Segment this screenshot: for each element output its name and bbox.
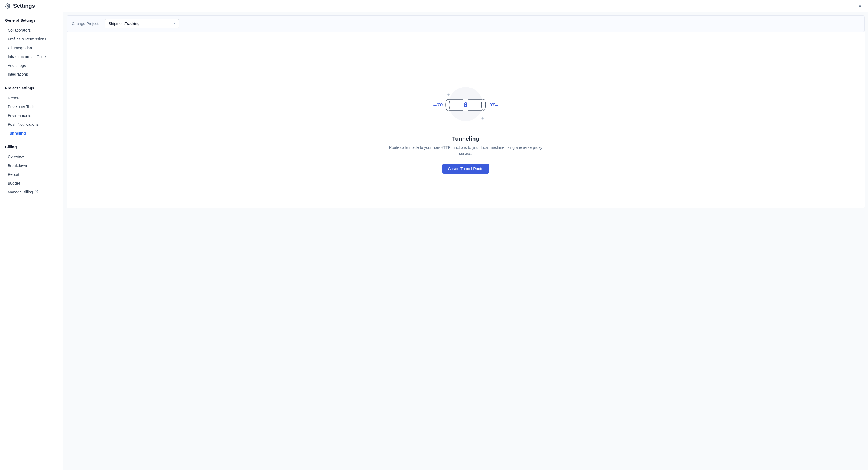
main-content: Change Project: ShipmentTracking [63, 12, 868, 470]
sidebar-section: Project SettingsGeneralDeveloper ToolsEn… [5, 86, 58, 138]
sidebar-item-label: Environments [8, 113, 31, 118]
sidebar-section-title: Billing [5, 145, 58, 149]
change-project-label: Change Project: [72, 22, 99, 26]
sidebar-item-overview[interactable]: Overview [5, 152, 58, 161]
create-tunnel-route-button[interactable]: Create Tunnel Route [442, 164, 489, 174]
tunneling-title: Tunneling [452, 136, 479, 142]
sidebar-item-label: Infrastructure as Code [8, 55, 46, 59]
sidebar-section-title: Project Settings [5, 86, 58, 90]
sidebar-section: General SettingsCollaboratorsProfiles & … [5, 18, 58, 79]
sidebar-item-label: Collaborators [8, 28, 31, 32]
header-title-wrap: Settings [5, 3, 35, 9]
project-selector-bar: Change Project: ShipmentTracking [67, 16, 865, 32]
sidebar-item-budget[interactable]: Budget [5, 179, 58, 188]
sidebar-item-breakdown[interactable]: Breakdown [5, 161, 58, 170]
tunnel-illustration [433, 84, 499, 125]
sidebar-item-tunneling[interactable]: Tunneling [5, 129, 58, 138]
project-select-value: ShipmentTracking [108, 22, 139, 26]
sidebar-item-git-integration[interactable]: Git Integration [5, 43, 58, 52]
sidebar-item-integrations[interactable]: Integrations [5, 70, 58, 79]
sidebar-item-label: General [8, 96, 22, 100]
sidebar-item-label: Developer Tools [8, 105, 35, 109]
page-title: Settings [13, 3, 35, 9]
settings-header: Settings [0, 0, 868, 12]
tunneling-empty-state: Tunneling Route calls made to your non-H… [67, 32, 865, 208]
sidebar-item-push-notifications[interactable]: Push Notifications [5, 120, 58, 129]
sidebar-item-label: Integrations [8, 72, 28, 77]
sidebar-item-label: Audit Logs [8, 63, 26, 68]
svg-line-3 [36, 190, 38, 192]
sidebar-item-manage-billing[interactable]: Manage Billing [5, 188, 58, 197]
sidebar-item-label: Profiles & Permissions [8, 37, 46, 41]
sidebar-item-label: Breakdown [8, 164, 27, 168]
svg-point-0 [7, 5, 8, 7]
sidebar-item-label: Tunneling [8, 131, 26, 136]
sidebar-item-collaborators[interactable]: Collaborators [5, 26, 58, 35]
external-link-icon [35, 190, 38, 194]
sidebar-item-environments[interactable]: Environments [5, 111, 58, 120]
sidebar-item-developer-tools[interactable]: Developer Tools [5, 102, 58, 111]
project-select[interactable]: ShipmentTracking [105, 19, 179, 28]
sidebar-item-label: Budget [8, 181, 20, 185]
sidebar-item-report[interactable]: Report [5, 170, 58, 179]
tunneling-description: Route calls made to your non-HTTP functi… [386, 145, 546, 156]
sidebar-item-label: Manage Billing [8, 190, 33, 194]
svg-point-13 [481, 99, 486, 110]
sidebar-item-label: Overview [8, 155, 24, 159]
sidebar-item-label: Git Integration [8, 46, 32, 50]
sidebar-item-label: Report [8, 172, 19, 177]
sidebar-item-profiles-permissions[interactable]: Profiles & Permissions [5, 35, 58, 43]
svg-point-17 [465, 106, 466, 106]
close-icon [858, 4, 863, 8]
chevron-down-icon [173, 22, 176, 25]
sidebar-section: BillingOverviewBreakdownReportBudgetMana… [5, 145, 58, 197]
sidebar-section-title: General Settings [5, 18, 58, 23]
sidebar-item-general[interactable]: General [5, 93, 58, 102]
svg-point-12 [445, 99, 450, 110]
close-button[interactable] [856, 2, 864, 10]
settings-sidebar: General SettingsCollaboratorsProfiles & … [0, 12, 63, 470]
sidebar-item-audit-logs[interactable]: Audit Logs [5, 61, 58, 70]
sidebar-item-infrastructure-as-code[interactable]: Infrastructure as Code [5, 52, 58, 61]
gear-icon [5, 3, 10, 9]
sidebar-item-label: Push Notifications [8, 122, 38, 126]
